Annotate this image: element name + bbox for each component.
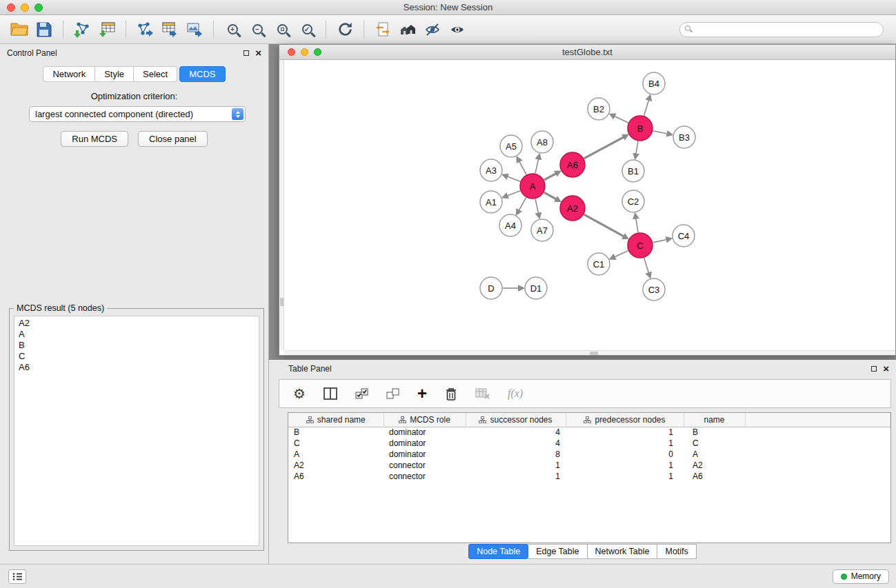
table-row[interactable]: Adominator80A [288, 449, 890, 460]
optimization-criterion-select[interactable]: largest connected component (directed) [29, 106, 246, 122]
split-column-button[interactable] [323, 387, 338, 401]
table-settings-button[interactable]: ⚙ [293, 387, 306, 401]
graph-node-A1[interactable]: A1 [480, 191, 502, 213]
graph-node-D1[interactable]: D1 [525, 277, 547, 299]
zoom-out-button[interactable]: − [245, 19, 270, 41]
graph-edge-A-A1[interactable] [507, 191, 520, 196]
import-table-button[interactable] [94, 19, 119, 41]
graph-edge-A-A4[interactable] [519, 198, 526, 211]
table-row[interactable]: A2connector11A2 [288, 460, 890, 471]
open-session-button[interactable] [7, 19, 32, 41]
graph-edge-A2-C[interactable] [584, 214, 624, 236]
graph-edge-B-B4[interactable] [644, 100, 649, 116]
graph-node-B2[interactable]: B2 [588, 98, 610, 120]
close-panel-button[interactable]: Close panel [138, 131, 208, 147]
graph-node-D[interactable]: D [480, 277, 502, 299]
graph-edge-B-B3[interactable] [653, 131, 668, 134]
birds-eye-button[interactable] [445, 19, 470, 41]
unselect-all-button[interactable] [386, 388, 400, 400]
graph-edge-A-A7[interactable] [535, 199, 539, 214]
tab-motifs[interactable]: Motifs [657, 544, 696, 559]
network-canvas[interactable]: B4B2BB3A5A8A6A3B1AA1C2A2A4A7C4CC1C3DD1 [279, 60, 895, 355]
table-row[interactable]: A6connector11A6 [288, 471, 890, 482]
delete-row-button[interactable] [444, 387, 458, 401]
memory-button[interactable]: Memory [833, 569, 889, 584]
graph-node-B3[interactable]: B3 [673, 126, 695, 148]
zoom-in-button[interactable]: + [220, 19, 245, 41]
float-panel-icon[interactable] [243, 50, 249, 56]
graph-node-C4[interactable]: C4 [673, 225, 695, 247]
graphics-details-button[interactable] [420, 19, 445, 41]
graph-edge-C-C4[interactable] [653, 239, 667, 242]
graph-edge-C-C2[interactable] [636, 219, 638, 233]
session-compare-button[interactable] [370, 19, 395, 41]
graph-node-A5[interactable]: A5 [500, 135, 522, 157]
graph-node-C3[interactable]: C3 [643, 278, 665, 301]
column-shared-name[interactable]: shared name [288, 413, 384, 427]
graph-node-A6[interactable]: A6 [560, 152, 585, 177]
function-builder-button[interactable]: f(x) [508, 387, 523, 400]
zoom-fit-button[interactable] [270, 19, 295, 41]
graph-node-A8[interactable]: A8 [531, 131, 553, 153]
graph-node-A2[interactable]: A2 [560, 196, 585, 221]
tab-select[interactable]: Select [134, 66, 177, 82]
export-network-button[interactable] [132, 19, 157, 41]
table-row[interactable]: Cdominator41C [288, 438, 890, 449]
column-mcds-role[interactable]: MCDS role [384, 413, 466, 427]
graph-node-A3[interactable]: A3 [480, 159, 502, 181]
save-session-button[interactable] [32, 19, 57, 41]
table-tabs: Node Table Edge Table Network Table Moti… [269, 544, 896, 559]
graph-edge-A-A2[interactable] [544, 192, 557, 199]
graph-node-C[interactable]: C [628, 233, 653, 258]
graph-edge-A-A6[interactable] [544, 174, 556, 180]
tab-network-table[interactable]: Network Table [588, 544, 658, 559]
graph-node-B1[interactable]: B1 [622, 160, 644, 182]
list-item[interactable]: B [14, 340, 259, 351]
task-history-button[interactable] [8, 569, 26, 584]
graph-edge-C-C3[interactable] [644, 258, 649, 273]
export-table-button[interactable] [157, 19, 182, 41]
graph-node-A7[interactable]: A7 [531, 219, 553, 241]
graph-edge-C-C1[interactable] [615, 251, 628, 257]
graph-edge-A-A3[interactable] [507, 176, 520, 181]
graph-node-B4[interactable]: B4 [643, 72, 665, 94]
column-name[interactable]: name [684, 413, 745, 427]
graph-node-A4[interactable]: A4 [499, 214, 521, 236]
delete-table-button[interactable] [475, 387, 490, 400]
search-input[interactable] [679, 22, 884, 37]
close-panel-icon[interactable]: × [255, 50, 261, 57]
float-table-panel-icon[interactable] [871, 366, 877, 372]
graph-node-C2[interactable]: C2 [622, 190, 644, 212]
tab-mcds[interactable]: MCDS [179, 66, 225, 82]
graph-edge-B-B2[interactable] [615, 116, 628, 123]
close-table-panel-icon[interactable]: × [883, 365, 889, 372]
list-item[interactable]: C [14, 351, 259, 362]
refresh-view-button[interactable] [332, 19, 357, 41]
import-network-button[interactable] [70, 19, 94, 41]
horizontal-scrollbar[interactable] [284, 350, 895, 355]
graph-edge-A-A8[interactable] [535, 159, 539, 173]
graph-node-C1[interactable]: C1 [588, 253, 610, 275]
list-item[interactable]: A [14, 329, 259, 340]
column-predecessor-nodes[interactable]: predecessor nodes [566, 413, 684, 427]
tab-style[interactable]: Style [95, 66, 134, 82]
column-successor-nodes[interactable]: successor nodes [466, 413, 566, 427]
run-mcds-button[interactable]: Run MCDS [61, 131, 128, 147]
vertical-scrollbar[interactable] [279, 60, 284, 350]
list-item[interactable]: A6 [14, 362, 259, 373]
graph-node-A[interactable]: A [520, 174, 545, 199]
graph-edge-B-B1[interactable] [636, 141, 638, 154]
tab-edge-table[interactable]: Edge Table [528, 544, 587, 559]
homes-button[interactable] [395, 19, 420, 41]
table-row[interactable]: Bdominator41B [288, 427, 890, 438]
graph-edge-A-A5[interactable] [519, 161, 526, 174]
tab-node-table[interactable]: Node Table [468, 544, 528, 559]
graph-node-B[interactable]: B [628, 116, 653, 141]
select-all-button[interactable] [355, 388, 369, 400]
list-item[interactable]: A2 [14, 318, 259, 329]
zoom-selected-button[interactable]: ✓ [295, 19, 319, 41]
export-image-button[interactable] [182, 19, 207, 41]
graph-edge-A6-B[interactable] [584, 137, 624, 159]
add-row-button[interactable]: + [417, 387, 427, 401]
tab-network[interactable]: Network [43, 66, 95, 82]
